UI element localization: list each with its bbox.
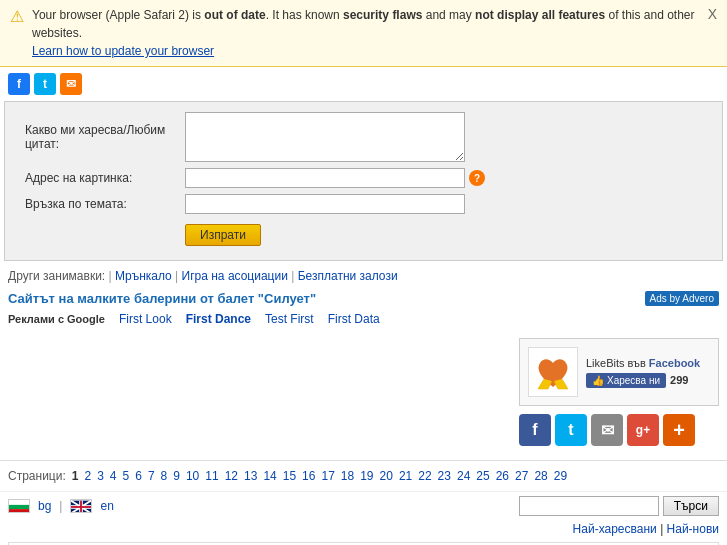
twitter-nav-icon[interactable]: t [34,73,56,95]
like-count: 299 [670,374,688,386]
ad-first-data[interactable]: First Data [328,312,380,326]
google-plus-share-icon[interactable]: g+ [627,414,659,446]
image-input[interactable] [185,168,465,188]
add-share-icon[interactable]: + [663,414,695,446]
page-link-10[interactable]: 10 [186,469,199,483]
page-link-8[interactable]: 8 [161,469,168,483]
image-row: Адрес на картинка: ? [25,168,702,188]
update-browser-link[interactable]: Learn how to update your browser [32,44,214,58]
page-link-6[interactable]: 6 [135,469,142,483]
close-icon[interactable]: X [708,6,717,22]
quote-input[interactable] [185,112,465,162]
svg-rect-2 [9,505,29,509]
email-share-icon[interactable]: ✉ [591,414,623,446]
page-link-17[interactable]: 17 [321,469,334,483]
newest-link[interactable]: Най-нови [667,522,719,536]
help-icon[interactable]: ? [469,170,485,186]
likebits-title: LikeBits във Facebook [586,357,700,369]
likebits-logo-image [530,349,576,395]
other-activities-label: Други занимавки: [8,269,105,283]
right-column: LikeBits във Facebook 👍 Харесва ни 299 f… [519,338,719,454]
pages-label: Страници: [8,469,66,483]
en-lang-link[interactable]: en [100,499,113,513]
facebook-like-button[interactable]: 👍 Харесва ни [586,373,666,388]
associations-link[interactable]: Игра на асоциации [182,269,288,283]
page-link-18[interactable]: 18 [341,469,354,483]
svg-rect-10 [71,506,91,508]
likebits-logo [528,347,578,397]
page-link-9[interactable]: 9 [173,469,180,483]
facebook-nav-icon[interactable]: f [8,73,30,95]
social-icons-row: f t ✉ g+ + [519,414,719,446]
warning-icon: ⚠ [10,7,24,26]
other-activities: Други занимавки: | Мрънкало | Игра на ас… [0,261,727,287]
page-link-20[interactable]: 20 [380,469,393,483]
page-link-26[interactable]: 26 [496,469,509,483]
mrnkalo-link[interactable]: Мрънкало [115,269,172,283]
submission-form: Какво ми харесва/Любим цитат: Адрес на к… [4,101,723,261]
page-link-4[interactable]: 4 [110,469,117,483]
left-column [8,338,509,454]
ad-first-look[interactable]: First Look [119,312,172,326]
current-page: 1 [72,469,79,483]
site-title: Сайтът на малките балерини от балет "Сил… [8,291,316,306]
en-flag-icon [70,499,92,513]
ads-row: Реклами с Google First Look First Dance … [0,310,727,332]
ads-label: Реклами с Google [8,313,105,325]
page-link-19[interactable]: 19 [360,469,373,483]
facebook-share-icon[interactable]: f [519,414,551,446]
page-link-29[interactable]: 29 [554,469,567,483]
thumbs-up-icon: 👍 [592,375,604,386]
page-link-2[interactable]: 2 [84,469,91,483]
quote-label: Какво ми харесва/Любим цитат: [25,123,185,151]
advero-badge: Ads by Advero [645,291,719,306]
ad-test-first[interactable]: Test First [265,312,314,326]
pages-section: Страници: 1 2 3 4 5 6 7 8 9 10 11 12 13 … [0,460,727,491]
feed-nav-icon[interactable]: ✉ [60,73,82,95]
page-link-21[interactable]: 21 [399,469,412,483]
likebits-info: LikeBits във Facebook 👍 Харесва ни 299 [586,357,700,388]
page-link-28[interactable]: 28 [534,469,547,483]
page-link-24[interactable]: 24 [457,469,470,483]
page-link-27[interactable]: 27 [515,469,528,483]
bg-lang-link[interactable]: bg [38,499,51,513]
likebits-box: LikeBits във Facebook 👍 Харесва ни 299 [519,338,719,406]
page-link-25[interactable]: 25 [476,469,489,483]
link-label: Връзка по темата: [25,197,185,211]
quote-row: Какво ми харесва/Любим цитат: [25,112,702,162]
search-button[interactable]: Търси [663,496,719,516]
warning-text: Your browser (Apple Safari 2) is out of … [32,6,700,60]
twitter-share-icon[interactable]: t [555,414,587,446]
image-label: Адрес на картинка: [25,171,185,185]
search-input[interactable] [519,496,659,516]
page-link-5[interactable]: 5 [123,469,130,483]
warning-bar: ⚠ Your browser (Apple Safari 2) is out o… [0,0,727,67]
link-input[interactable] [185,194,465,214]
page-link-11[interactable]: 11 [205,469,218,483]
page-link-3[interactable]: 3 [97,469,104,483]
main-content: LikeBits във Facebook 👍 Харесва ни 299 f… [0,332,727,460]
page-link-14[interactable]: 14 [263,469,276,483]
page-link-22[interactable]: 22 [418,469,431,483]
page-link-12[interactable]: 12 [225,469,238,483]
svg-rect-3 [9,509,29,513]
bg-flag-icon [8,499,30,513]
site-banner: Сайтът на малките балерини от балет "Сил… [0,287,727,310]
search-box: Търси [519,496,719,516]
svg-rect-1 [9,501,29,505]
ad-first-dance[interactable]: First Dance [186,312,251,326]
likebits-like-row: 👍 Харесва ни 299 [586,373,700,388]
top-new-row: Най-харесвани | Най-нови [0,520,727,538]
submit-button[interactable]: Изпрати [185,224,261,246]
page-link-7[interactable]: 7 [148,469,155,483]
page-link-15[interactable]: 15 [283,469,296,483]
page-link-23[interactable]: 23 [438,469,451,483]
lang-search-row: bg | en Търси [0,491,727,520]
top-nav: f t ✉ [0,67,727,101]
page-link-16[interactable]: 16 [302,469,315,483]
page-link-13[interactable]: 13 [244,469,257,483]
link-row: Връзка по темата: [25,194,702,214]
popular-link[interactable]: Най-харесвани [573,522,657,536]
bets-link[interactable]: Безплатни залози [298,269,398,283]
